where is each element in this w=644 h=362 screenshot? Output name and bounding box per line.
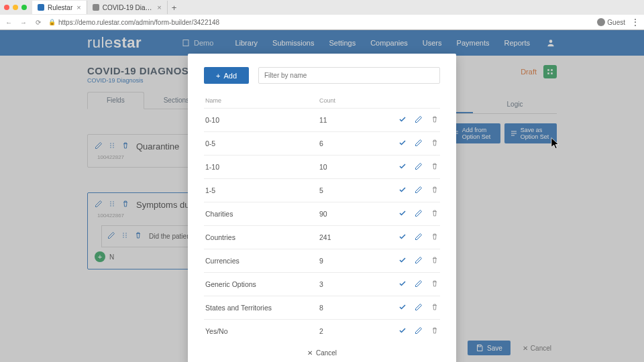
- row-name: Currencies: [205, 257, 319, 265]
- table-row: Currencies9: [204, 249, 440, 272]
- select-icon[interactable]: [398, 139, 407, 148]
- table-row: 0-1011: [204, 108, 440, 131]
- edit-icon[interactable]: [415, 233, 423, 242]
- table-row: 0-56: [204, 131, 440, 155]
- edit-icon[interactable]: [415, 256, 423, 265]
- edit-icon[interactable]: [415, 162, 423, 172]
- table-row: Yes/No2: [204, 319, 440, 343]
- minimize-window-icon[interactable]: [13, 5, 18, 10]
- delete-icon[interactable]: [431, 280, 439, 289]
- favicon-icon: [38, 4, 44, 11]
- url-text: https://demo.rulestar.com/admin/form-bui…: [58, 19, 219, 26]
- row-count: 5: [319, 186, 373, 194]
- edit-icon[interactable]: [415, 209, 423, 219]
- profile-label: Guest: [607, 19, 625, 26]
- select-icon[interactable]: [398, 186, 407, 195]
- avatar-icon: [597, 18, 605, 26]
- url-field[interactable]: 🔒 https://demo.rulestar.com/admin/form-b…: [48, 19, 592, 26]
- row-name: Countries: [205, 233, 319, 241]
- col-count-header: Count: [319, 97, 373, 104]
- select-icon[interactable]: [398, 233, 407, 242]
- tab-title: COVID-19 Diagnosis Flowchart: [103, 4, 154, 11]
- row-count: 3: [319, 280, 373, 288]
- browser-menu-icon[interactable]: ⋮: [631, 17, 640, 27]
- close-icon: ✕: [307, 349, 313, 357]
- reload-button[interactable]: ⟳: [34, 19, 43, 26]
- table-body: 0-10110-561-10101-55Charities90Countries…: [204, 108, 440, 343]
- favicon-icon: [93, 4, 99, 11]
- forward-button[interactable]: →: [19, 19, 28, 26]
- delete-icon[interactable]: [431, 115, 439, 125]
- back-button[interactable]: ←: [4, 19, 13, 26]
- delete-icon[interactable]: [431, 162, 439, 172]
- address-bar: ← → ⟳ 🔒 https://demo.rulestar.com/admin/…: [0, 15, 644, 29]
- table-row: Charities90: [204, 202, 440, 225]
- profile-button[interactable]: Guest: [597, 18, 625, 26]
- new-tab-button[interactable]: +: [168, 3, 181, 13]
- lock-icon: 🔒: [48, 19, 56, 25]
- row-name: 0-5: [205, 139, 319, 147]
- select-icon[interactable]: [398, 115, 407, 125]
- table-row: 1-55: [204, 178, 440, 202]
- delete-icon[interactable]: [431, 233, 439, 242]
- row-name: 1-10: [205, 163, 319, 171]
- edit-icon[interactable]: [415, 115, 423, 125]
- maximize-window-icon[interactable]: [21, 5, 27, 10]
- modal-cancel-button[interactable]: ✕ Cancel: [204, 343, 440, 357]
- row-name: 1-5: [205, 186, 319, 194]
- tab-title: Rulestar: [48, 4, 72, 11]
- select-icon[interactable]: [398, 162, 407, 172]
- delete-icon[interactable]: [431, 186, 439, 195]
- table-row: States and Territories8: [204, 296, 440, 319]
- plus-icon: +: [216, 72, 220, 80]
- select-icon[interactable]: [398, 209, 407, 219]
- row-name: Charities: [205, 210, 319, 218]
- table-row: Countries241: [204, 225, 440, 249]
- row-count: 10: [319, 163, 373, 171]
- edit-icon[interactable]: [415, 303, 423, 312]
- row-name: Yes/No: [205, 327, 319, 335]
- close-tab-icon[interactable]: ×: [157, 3, 161, 11]
- select-icon[interactable]: [398, 280, 407, 289]
- browser-tab-inactive[interactable]: COVID-19 Diagnosis Flowchart ×: [87, 1, 168, 14]
- add-option-set-button[interactable]: + Add: [204, 67, 249, 84]
- table-row: 1-1010: [204, 155, 440, 178]
- edit-icon[interactable]: [415, 139, 423, 148]
- table-row: Generic Options3: [204, 272, 440, 296]
- select-icon[interactable]: [398, 256, 407, 265]
- edit-icon[interactable]: [415, 280, 423, 289]
- browser-tab-active[interactable]: Rulestar ×: [32, 1, 87, 14]
- window-controls[interactable]: [4, 5, 27, 10]
- row-count: 6: [319, 139, 373, 147]
- row-count: 11: [319, 116, 373, 124]
- tab-bar: Rulestar × COVID-19 Diagnosis Flowchart …: [0, 0, 644, 15]
- row-count: 8: [319, 304, 373, 312]
- close-tab-icon[interactable]: ×: [76, 3, 80, 11]
- row-name: 0-10: [205, 116, 319, 124]
- row-count: 90: [319, 210, 373, 218]
- filter-input[interactable]: [258, 67, 440, 84]
- col-name-header: Name: [205, 97, 319, 104]
- table-header: Name Count: [204, 93, 440, 108]
- close-window-icon[interactable]: [4, 5, 9, 10]
- delete-icon[interactable]: [431, 326, 439, 336]
- browser-chrome: Rulestar × COVID-19 Diagnosis Flowchart …: [0, 0, 644, 30]
- delete-icon[interactable]: [431, 139, 439, 148]
- row-count: 241: [319, 233, 373, 241]
- delete-icon[interactable]: [431, 256, 439, 265]
- delete-icon[interactable]: [431, 303, 439, 312]
- select-icon[interactable]: [398, 326, 407, 336]
- row-count: 2: [319, 327, 373, 335]
- row-name: States and Territories: [205, 304, 319, 312]
- select-icon[interactable]: [398, 303, 407, 312]
- option-set-modal: + Add Name Count 0-10110-561-10101-55Cha…: [188, 54, 456, 362]
- row-name: Generic Options: [205, 280, 319, 288]
- edit-icon[interactable]: [415, 186, 423, 195]
- edit-icon[interactable]: [415, 326, 423, 336]
- delete-icon[interactable]: [431, 209, 439, 219]
- row-count: 9: [319, 257, 373, 265]
